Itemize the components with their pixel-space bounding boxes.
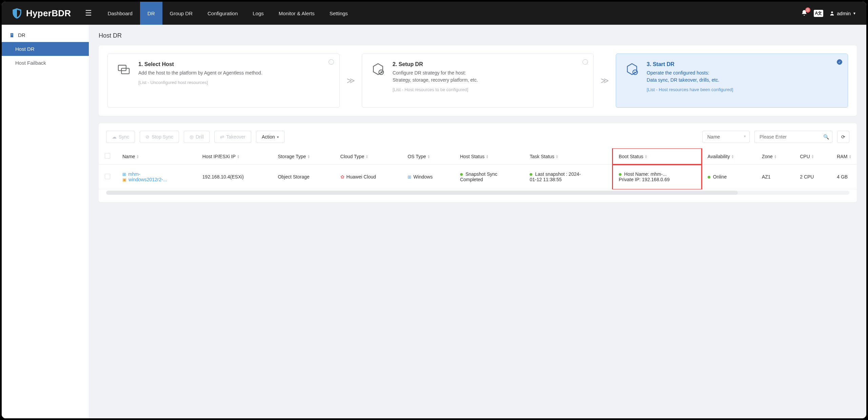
nav-item-group-dr[interactable]: Group DR	[162, 2, 200, 25]
refresh-button[interactable]: ⟳	[837, 131, 849, 143]
col-header[interactable]: Host IP/ESXi IP▲▼	[196, 148, 272, 165]
notifications-icon[interactable]: 0	[801, 9, 808, 17]
sort-icon: ▲▼	[811, 155, 814, 159]
cell: 4 GB	[831, 165, 857, 189]
huawei-icon: ✿	[340, 174, 344, 180]
takeover-button[interactable]: ⇄Takeover	[214, 131, 251, 143]
step-list-hint: [List - Host resources to be configured]	[393, 87, 586, 92]
step-status-badge	[837, 59, 842, 65]
user-icon	[829, 10, 835, 16]
col-header[interactable]: RAM▲▼	[831, 148, 857, 165]
sort-icon: ▲▼	[307, 155, 310, 159]
user-menu[interactable]: admin ▼	[829, 10, 856, 16]
sort-icon: ▲▼	[774, 155, 777, 159]
cell: Last snapshot : 2024-01-12 11:38:55	[524, 165, 613, 189]
windows-icon: ⊞	[408, 174, 411, 180]
col-header[interactable]: Name▲▼	[116, 148, 196, 165]
menu-toggle-icon[interactable]: ☰	[77, 9, 100, 18]
step-desc: Operate the configured hosts:Data sync, …	[647, 69, 840, 84]
cell: AZ1	[756, 165, 794, 189]
hosts-table: Name▲▼Host IP/ESXi IP▲▼Storage Type▲▼Clo…	[99, 148, 857, 189]
nav-item-logs[interactable]: Logs	[245, 2, 271, 25]
sidebar: DR Host DRHost Failback	[2, 25, 89, 418]
svg-rect-5	[12, 35, 13, 35]
search-input[interactable]	[754, 131, 832, 143]
step-arrow-icon: ≫	[600, 76, 609, 85]
top-nav: HyperBDR ☰ DashboardDRGroup DRConfigurat…	[2, 2, 866, 25]
col-header[interactable]: Task Status▲▼	[524, 148, 613, 165]
col-header[interactable]: Availability▲▼	[702, 148, 756, 165]
cell: ✿Huawei Cloud	[334, 165, 402, 189]
nav-item-dashboard[interactable]: Dashboard	[100, 2, 140, 25]
svg-rect-3	[12, 34, 13, 34]
svg-point-0	[831, 12, 833, 13]
stop-sync-button[interactable]: ⊘Stop Sync	[140, 131, 179, 143]
shield-icon	[11, 7, 23, 19]
step-desc: Add the host to the platform by Agent or…	[138, 69, 331, 77]
step-3[interactable]: 3. Start DROperate the configured hosts:…	[616, 54, 848, 108]
step-icon	[624, 61, 640, 77]
toolbar: ☁Sync ⊘Stop Sync ◎Drill ⇄Takeover Action…	[99, 131, 857, 148]
row-checkbox[interactable]	[105, 174, 110, 179]
host-name-link[interactable]: ⊞mhm-▣windows2012r2-...	[122, 171, 190, 182]
horizontal-scrollbar[interactable]	[106, 191, 849, 195]
step-2[interactable]: 2. Setup DRConfigure DR strategy for the…	[362, 54, 594, 108]
user-name: admin	[837, 10, 851, 16]
step-title: 3. Start DR	[647, 61, 840, 67]
sort-icon: ▲▼	[645, 155, 647, 159]
step-icon	[116, 61, 132, 77]
target-icon: ◎	[190, 134, 194, 140]
step-1[interactable]: 1. Select HostAdd the host to the platfo…	[107, 54, 340, 108]
cell: Host Name: mhm-...Private IP: 192.168.0.…	[613, 165, 702, 189]
chevron-down-icon: ▼	[853, 12, 856, 15]
drill-button[interactable]: ◎Drill	[184, 131, 210, 143]
building-icon	[9, 33, 15, 38]
col-header[interactable]: Boot Status▲▼	[613, 148, 702, 165]
filter-field-select[interactable]: Name	[702, 131, 750, 143]
sync-button[interactable]: ☁Sync	[106, 131, 135, 143]
step-desc: Configure DR strategy for the host:Strat…	[393, 69, 586, 84]
windows-icon: ⊞	[122, 172, 126, 177]
sidebar-item-host-dr[interactable]: Host DR	[2, 42, 89, 56]
brand-text: HyperBDR	[26, 8, 71, 19]
sort-icon: ▲▼	[136, 155, 139, 159]
sort-icon: ▲▼	[556, 155, 558, 159]
nav-item-monitor-alerts[interactable]: Monitor & Alerts	[271, 2, 322, 25]
step-status-badge	[583, 59, 588, 65]
steps-card: 1. Select HostAdd the host to the platfo…	[99, 45, 857, 116]
col-header	[99, 148, 116, 165]
select-all-checkbox[interactable]	[105, 153, 110, 159]
step-icon	[370, 61, 386, 77]
sort-icon: ▲▼	[427, 155, 430, 159]
nav-item-dr[interactable]: DR	[140, 2, 162, 25]
nav-item-configuration[interactable]: Configuration	[200, 2, 245, 25]
cell: 2 CPU	[794, 165, 831, 189]
col-header[interactable]: Zone▲▼	[756, 148, 794, 165]
col-header[interactable]: CPU▲▼	[794, 148, 831, 165]
table-scroll[interactable]: Name▲▼Host IP/ESXi IP▲▼Storage Type▲▼Clo…	[99, 148, 857, 189]
col-header[interactable]: Host Status▲▼	[454, 148, 524, 165]
table-card: ☁Sync ⊘Stop Sync ◎Drill ⇄Takeover Action…	[99, 123, 857, 202]
cell: ⊞mhm-▣windows2012r2-...	[116, 165, 196, 189]
language-toggle[interactable]: A文	[814, 10, 824, 17]
sort-icon: ▲▼	[486, 155, 489, 159]
col-header[interactable]: OS Type▲▼	[401, 148, 454, 165]
cell: Object Storage	[272, 165, 334, 189]
chevron-down-icon: ▾	[277, 135, 279, 139]
col-header[interactable]: Cloud Type▲▼	[334, 148, 402, 165]
step-arrow-icon: ≫	[347, 76, 355, 85]
svg-rect-1	[11, 33, 13, 37]
vm-icon: ▣	[122, 177, 126, 182]
notification-count: 0	[805, 7, 810, 13]
step-list-hint: [List - Host resources have been configu…	[647, 87, 840, 92]
sidebar-item-host-failback[interactable]: Host Failback	[2, 56, 89, 70]
step-title: 1. Select Host	[138, 61, 331, 67]
cell	[99, 165, 116, 189]
step-status-badge	[329, 59, 334, 65]
col-header[interactable]: Storage Type▲▼	[272, 148, 334, 165]
status-dot	[460, 173, 463, 176]
status-dot	[708, 176, 710, 178]
nav-item-settings[interactable]: Settings	[322, 2, 355, 25]
action-dropdown[interactable]: Action▾	[256, 131, 284, 143]
sidebar-section: DR	[2, 28, 89, 42]
